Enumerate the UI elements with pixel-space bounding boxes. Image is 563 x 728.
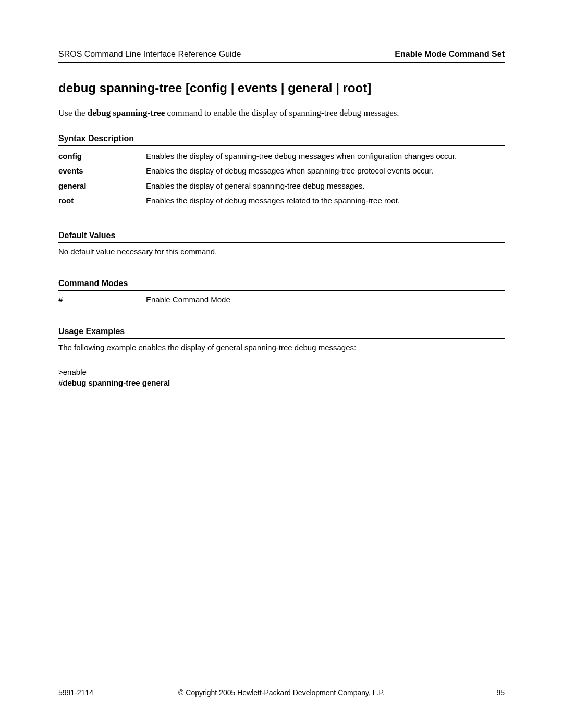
- footer-center: © Copyright 2005 Hewlett-Packard Develop…: [58, 688, 505, 697]
- syntax-desc: Enables the display of general spanning-…: [146, 179, 505, 193]
- page: SROS Command Line Interface Reference Gu…: [0, 0, 563, 728]
- modes-text: Enable Command Mode: [146, 295, 230, 304]
- syntax-key: events: [58, 164, 146, 178]
- intro-paragraph: Use the debug spanning-tree command to e…: [58, 108, 505, 118]
- footer-left: 5991-2114: [58, 688, 93, 697]
- syntax-key: general: [58, 179, 146, 193]
- defaults-heading: Default Values: [58, 231, 505, 243]
- intro-suffix: command to enable the display of spannin…: [165, 108, 399, 118]
- table-row: root Enables the display of debug messag…: [58, 193, 505, 208]
- syntax-desc: Enables the display of debug messages re…: [146, 193, 505, 208]
- usage-intro: The following example enables the displa…: [58, 343, 505, 352]
- header-right: Enable Mode Command Set: [395, 50, 505, 59]
- command-title: debug spanning-tree [config | events | g…: [58, 81, 505, 95]
- syntax-desc: Enables the display of debug messages wh…: [146, 164, 505, 178]
- table-row: general Enables the display of general s…: [58, 179, 505, 193]
- syntax-desc: Enables the display of spanning-tree deb…: [146, 149, 505, 164]
- defaults-text: No default value necessary for this comm…: [58, 247, 505, 256]
- syntax-heading: Syntax Description: [58, 134, 505, 146]
- usage-line1: >enable: [58, 366, 505, 377]
- modes-row: # Enable Command Mode: [58, 295, 505, 304]
- intro-prefix: Use the: [58, 108, 88, 118]
- usage-line2: #debug spanning-tree general: [58, 377, 505, 388]
- table-row: events Enables the display of debug mess…: [58, 164, 505, 178]
- syntax-key: root: [58, 193, 146, 208]
- page-header: SROS Command Line Interface Reference Gu…: [58, 50, 505, 63]
- table-row: config Enables the display of spanning-t…: [58, 149, 505, 164]
- footer-right: 95: [496, 688, 505, 697]
- page-footer: 5991-2114 © Copyright 2005 Hewlett-Packa…: [58, 685, 505, 697]
- syntax-table: config Enables the display of spanning-t…: [58, 149, 505, 208]
- header-left: SROS Command Line Interface Reference Gu…: [58, 50, 241, 59]
- intro-command: debug spanning-tree: [88, 108, 165, 118]
- usage-heading: Usage Examples: [58, 327, 505, 339]
- modes-heading: Command Modes: [58, 279, 505, 291]
- usage-commands: >enable #debug spanning-tree general: [58, 366, 505, 388]
- syntax-key: config: [58, 149, 146, 164]
- modes-symbol: #: [58, 295, 146, 304]
